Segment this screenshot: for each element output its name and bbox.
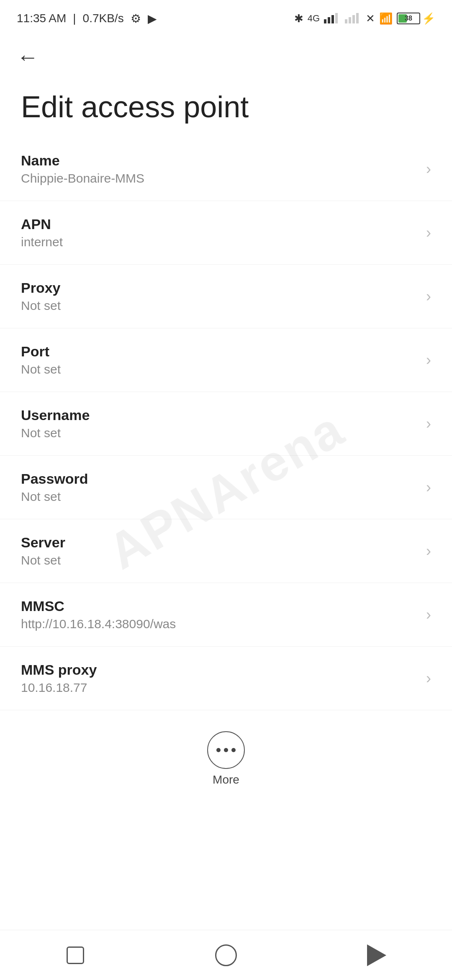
signal2-icon (345, 12, 362, 25)
settings-item-label: Password (21, 471, 418, 487)
settings-item-label: Username (21, 407, 418, 423)
video-icon: ▶ (148, 12, 157, 26)
settings-item-value: 10.16.18.77 (21, 681, 418, 695)
settings-item-password[interactable]: Password Not set › (0, 456, 452, 519)
settings-list: Name Chippie-Bonaire-MMS › APN internet … (0, 137, 452, 710)
chevron-right-icon: › (426, 224, 431, 242)
recent-apps-icon (67, 946, 84, 964)
chevron-right-icon: › (426, 606, 431, 624)
settings-icon: ⚙ (131, 12, 141, 26)
back-nav-button[interactable] (360, 939, 393, 972)
settings-item-value: internet (21, 235, 418, 249)
speed-display: | (73, 12, 76, 25)
svg-rect-3 (335, 13, 338, 23)
more-section: More (0, 710, 452, 799)
settings-item-value: Not set (21, 490, 418, 504)
settings-item-label: MMS proxy (21, 662, 418, 678)
svg-rect-2 (331, 15, 334, 23)
chevron-right-icon: › (426, 415, 431, 433)
more-button[interactable]: More (207, 731, 245, 787)
svg-rect-5 (349, 17, 351, 23)
settings-item-username[interactable]: Username Not set › (0, 392, 452, 456)
settings-item-proxy[interactable]: Proxy Not set › (0, 265, 452, 328)
x-icon: ✕ (366, 12, 375, 25)
bottom-nav (0, 930, 452, 980)
settings-item-mmsc[interactable]: MMSC http://10.16.18.4:38090/was › (0, 583, 452, 647)
battery-display: 38 ⚡ (397, 12, 435, 25)
settings-item-label: Server (21, 534, 418, 551)
svg-rect-7 (356, 13, 359, 23)
back-nav-icon (367, 944, 386, 966)
network-speed: 0.7KB/s (83, 12, 124, 25)
chevron-right-icon: › (426, 160, 431, 178)
dot3 (231, 748, 236, 752)
more-circle-icon (207, 731, 245, 769)
settings-item-content: Password Not set (21, 471, 418, 504)
time-display: 11:35 AM (17, 12, 66, 25)
bluetooth-icon: ✱ (294, 12, 303, 25)
status-icons: ✱ 4G ✕ 📶 38 ⚡ (294, 12, 435, 25)
settings-item-content: MMS proxy 10.16.18.77 (21, 662, 418, 695)
home-button[interactable] (209, 939, 243, 972)
more-label: More (213, 773, 239, 787)
settings-item-value: Chippie-Bonaire-MMS (21, 171, 418, 186)
settings-item-content: Proxy Not set (21, 280, 418, 313)
settings-item-label: Name (21, 152, 418, 169)
dot1 (216, 748, 221, 752)
recent-apps-button[interactable] (59, 939, 92, 972)
settings-item-content: APN internet (21, 216, 418, 249)
more-dots-icon (216, 748, 236, 752)
settings-item-content: Username Not set (21, 407, 418, 440)
dot2 (224, 748, 228, 752)
settings-item-label: MMSC (21, 598, 418, 614)
home-icon (215, 944, 237, 966)
settings-item-label: Port (21, 343, 418, 360)
settings-item-value: Not set (21, 362, 418, 377)
settings-item-content: Server Not set (21, 534, 418, 567)
settings-item-value: Not set (21, 299, 418, 313)
status-bar: 11:35 AM | 0.7KB/s ⚙ ▶ ✱ 4G ✕ 📶 (0, 0, 452, 34)
chevron-right-icon: › (426, 479, 431, 496)
svg-rect-4 (345, 19, 347, 23)
status-left: 11:35 AM | 0.7KB/s ⚙ ▶ (17, 12, 157, 26)
settings-item-content: MMSC http://10.16.18.4:38090/was (21, 598, 418, 631)
settings-item-value: http://10.16.18.4:38090/was (21, 617, 418, 631)
signal-icon (324, 12, 341, 25)
settings-item-mms-proxy[interactable]: MMS proxy 10.16.18.77 › (0, 647, 452, 710)
settings-item-value: Not set (21, 426, 418, 440)
bolt-icon: ⚡ (422, 12, 435, 25)
settings-item-port[interactable]: Port Not set › (0, 328, 452, 392)
svg-rect-6 (352, 15, 355, 23)
wifi-icon: 📶 (379, 12, 393, 25)
settings-item-content: Name Chippie-Bonaire-MMS (21, 152, 418, 186)
back-arrow-icon: ← (17, 46, 39, 68)
page-title: Edit access point (0, 72, 452, 137)
settings-item-value: Not set (21, 553, 418, 567)
back-button[interactable]: ← (17, 46, 39, 68)
settings-item-label: APN (21, 216, 418, 232)
battery-level: 38 (405, 15, 412, 22)
chevron-right-icon: › (426, 542, 431, 560)
lte-icon: 4G (308, 13, 320, 24)
chevron-right-icon: › (426, 288, 431, 305)
settings-item-server[interactable]: Server Not set › (0, 519, 452, 583)
settings-item-apn[interactable]: APN internet › (0, 201, 452, 265)
chevron-right-icon: › (426, 351, 431, 369)
top-nav: ← (0, 34, 452, 72)
svg-rect-1 (328, 17, 330, 23)
settings-item-content: Port Not set (21, 343, 418, 377)
chevron-right-icon: › (426, 670, 431, 687)
settings-item-name[interactable]: Name Chippie-Bonaire-MMS › (0, 137, 452, 201)
svg-rect-0 (324, 19, 326, 23)
settings-item-label: Proxy (21, 280, 418, 296)
